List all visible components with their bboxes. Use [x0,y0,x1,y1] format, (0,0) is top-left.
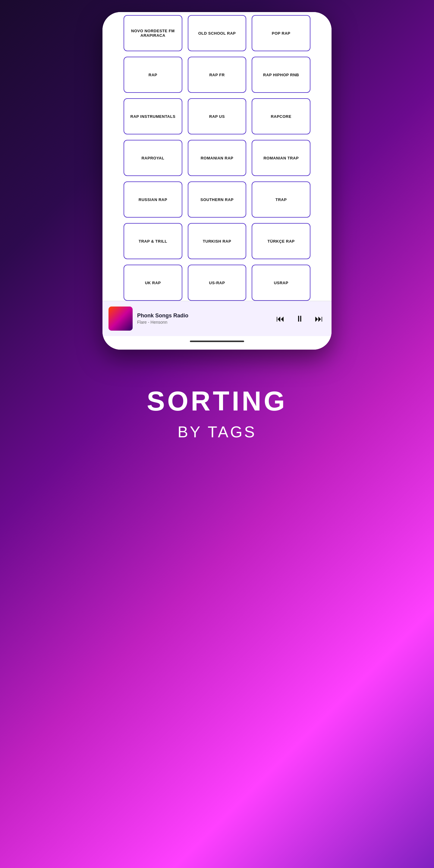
tag-label: TURKISH RAP [203,239,231,244]
thumbnail-image [108,307,133,331]
tag-item[interactable]: RAP [124,57,182,93]
tag-label: RAP FR [209,73,224,77]
sorting-section: SORTING BY TAGS [0,350,434,465]
tag-label: RAP US [209,114,225,119]
prev-button[interactable]: ⏮ [274,312,287,325]
tag-label: RAP INSTRUMENTALS [130,114,176,119]
tag-label: UK RAP [145,281,161,285]
tag-item[interactable]: RAP FR [188,57,247,93]
tag-grid-section: NOVO NORDESTE FM ARAPIRACAOLD SCHOOL RAP… [102,12,332,301]
tag-item[interactable]: US-RAP [188,265,247,301]
tag-item[interactable]: RAPROYAL [124,140,182,176]
tag-label: US-RAP [209,281,225,285]
tag-label: TRAP & TRILL [138,239,167,244]
player-info: Phonk Songs Radio Flare - Hensonn [137,313,269,324]
tag-item[interactable]: RAP HIPHOP RNB [252,57,310,93]
tag-item[interactable]: NOVO NORDESTE FM ARAPIRACA [124,15,182,51]
tag-grid: NOVO NORDESTE FM ARAPIRACAOLD SCHOOL RAP… [124,15,310,301]
tag-item[interactable]: RAPCORE [252,98,310,134]
tag-label: RAP HIPHOP RNB [263,73,299,77]
tag-item[interactable]: TRAP [252,181,310,218]
tag-item[interactable]: OLD SCHOOL RAP [188,15,247,51]
tag-label: RAPCORE [271,114,291,119]
tag-item[interactable]: USRAP [252,265,310,301]
sorting-subtitle: BY TAGS [178,423,256,441]
phone-bottom-bar [102,336,332,350]
tag-item[interactable]: RAP US [188,98,247,134]
tag-label: ROMANIAN RAP [201,156,234,160]
tag-label: TÜRKÇE RAP [268,239,295,244]
tag-label: RAP [149,73,157,77]
sorting-title: SORTING [147,386,287,417]
tag-label: ROMANIAN TRAP [264,156,299,160]
next-button[interactable]: ⏭ [312,312,326,325]
tag-label: RAPROYAL [141,156,164,160]
tag-label: TRAP [276,197,287,202]
tag-item[interactable]: ROMANIAN TRAP [252,140,310,176]
tag-label: POP RAP [272,31,290,36]
tag-label: NOVO NORDESTE FM ARAPIRACA [129,29,177,38]
tag-item[interactable]: RUSSIAN RAP [124,181,182,218]
player-controls: ⏮ ⏸ ⏭ [274,312,326,325]
phone-frame: NOVO NORDESTE FM ARAPIRACAOLD SCHOOL RAP… [102,12,332,350]
tag-label: RUSSIAN RAP [138,197,167,202]
tag-item[interactable]: SOUTHERN RAP [188,181,247,218]
player-bar: Phonk Songs Radio Flare - Hensonn ⏮ ⏸ ⏭ [102,301,332,336]
tag-item[interactable]: RAP INSTRUMENTALS [124,98,182,134]
tag-item[interactable]: ROMANIAN RAP [188,140,247,176]
tag-item[interactable]: TURKISH RAP [188,223,247,259]
tag-item[interactable]: POP RAP [252,15,310,51]
home-indicator [190,341,244,342]
pause-button[interactable]: ⏸ [293,312,306,325]
player-thumbnail [108,307,133,331]
player-title: Phonk Songs Radio [137,313,269,319]
tag-label: OLD SCHOOL RAP [198,31,236,36]
tag-item[interactable]: UK RAP [124,265,182,301]
tag-label: USRAP [274,281,288,285]
player-subtitle: Flare - Hensonn [137,320,269,324]
tag-label: SOUTHERN RAP [200,197,234,202]
tag-item[interactable]: TRAP & TRILL [124,223,182,259]
tag-item[interactable]: TÜRKÇE RAP [252,223,310,259]
